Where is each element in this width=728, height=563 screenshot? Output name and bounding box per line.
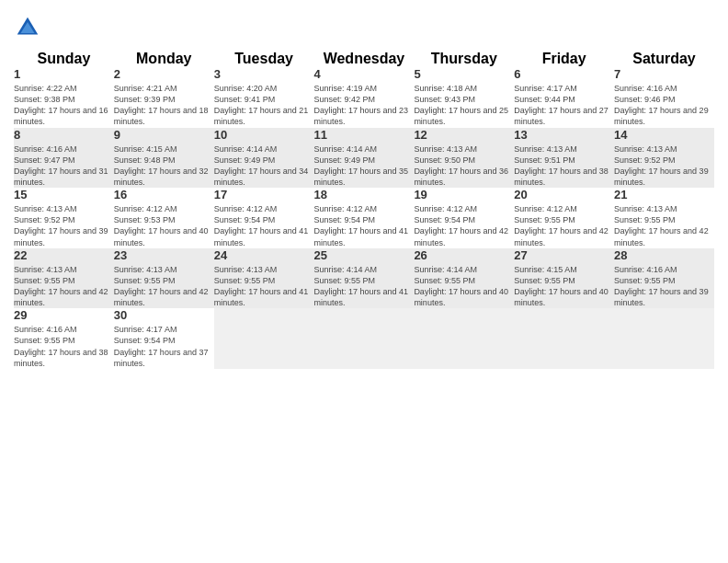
calendar-cell: 24Sunrise: 4:13 AM Sunset: 9:55 PM Dayli… xyxy=(214,248,314,309)
day-number: 20 xyxy=(514,188,614,201)
day-number: 22 xyxy=(14,248,114,262)
weekday-sunday: Sunday xyxy=(14,51,114,67)
day-number: 18 xyxy=(314,188,415,201)
day-info: Sunrise: 4:14 AM Sunset: 9:55 PM Dayligh… xyxy=(414,264,514,309)
weekday-saturday: Saturday xyxy=(614,51,714,67)
day-number: 3 xyxy=(214,67,314,81)
calendar-cell: 23Sunrise: 4:13 AM Sunset: 9:55 PM Dayli… xyxy=(114,248,214,309)
calendar-week-row: 15Sunrise: 4:13 AM Sunset: 9:52 PM Dayli… xyxy=(14,188,714,248)
calendar-week-row: 22Sunrise: 4:13 AM Sunset: 9:55 PM Dayli… xyxy=(14,248,714,309)
day-info: Sunrise: 4:21 AM Sunset: 9:39 PM Dayligh… xyxy=(114,83,214,128)
calendar-body: 1Sunrise: 4:22 AM Sunset: 9:38 PM Daylig… xyxy=(14,67,714,369)
day-info: Sunrise: 4:19 AM Sunset: 9:42 PM Dayligh… xyxy=(314,83,415,128)
calendar-cell: 14Sunrise: 4:13 AM Sunset: 9:52 PM Dayli… xyxy=(614,128,714,189)
day-info: Sunrise: 4:12 AM Sunset: 9:55 PM Dayligh… xyxy=(514,203,614,248)
weekday-friday: Friday xyxy=(514,51,614,67)
day-number: 9 xyxy=(114,128,214,142)
logo xyxy=(14,14,45,41)
calendar-table: SundayMondayTuesdayWednesdayThursdayFrid… xyxy=(14,51,714,369)
day-number: 7 xyxy=(614,67,714,81)
logo-icon xyxy=(14,14,41,41)
day-info: Sunrise: 4:12 AM Sunset: 9:54 PM Dayligh… xyxy=(414,203,514,248)
calendar-cell: 8Sunrise: 4:16 AM Sunset: 9:47 PM Daylig… xyxy=(14,128,114,189)
calendar-cell xyxy=(614,308,714,369)
calendar-cell xyxy=(514,308,614,369)
day-number: 4 xyxy=(314,67,415,81)
calendar-cell: 13Sunrise: 4:13 AM Sunset: 9:51 PM Dayli… xyxy=(514,128,614,189)
calendar-week-row: 8Sunrise: 4:16 AM Sunset: 9:47 PM Daylig… xyxy=(14,128,714,189)
day-number: 24 xyxy=(214,248,314,262)
day-number: 13 xyxy=(514,128,614,142)
day-info: Sunrise: 4:13 AM Sunset: 9:52 PM Dayligh… xyxy=(614,144,714,189)
day-info: Sunrise: 4:13 AM Sunset: 9:52 PM Dayligh… xyxy=(14,203,114,248)
day-number: 30 xyxy=(114,308,214,322)
day-info: Sunrise: 4:17 AM Sunset: 9:54 PM Dayligh… xyxy=(114,324,214,369)
day-number: 16 xyxy=(114,188,214,201)
calendar-header: SundayMondayTuesdayWednesdayThursdayFrid… xyxy=(14,51,714,67)
day-number: 17 xyxy=(214,188,314,201)
day-number: 11 xyxy=(314,128,415,142)
day-info: Sunrise: 4:13 AM Sunset: 9:50 PM Dayligh… xyxy=(414,144,514,189)
day-number: 10 xyxy=(214,128,314,142)
calendar-cell: 1Sunrise: 4:22 AM Sunset: 9:38 PM Daylig… xyxy=(14,67,114,128)
day-info: Sunrise: 4:13 AM Sunset: 9:55 PM Dayligh… xyxy=(614,203,714,248)
day-info: Sunrise: 4:15 AM Sunset: 9:48 PM Dayligh… xyxy=(114,144,214,189)
day-info: Sunrise: 4:15 AM Sunset: 9:55 PM Dayligh… xyxy=(514,264,614,309)
day-info: Sunrise: 4:12 AM Sunset: 9:53 PM Dayligh… xyxy=(114,203,214,248)
day-number: 2 xyxy=(114,67,214,81)
calendar-cell: 19Sunrise: 4:12 AM Sunset: 9:54 PM Dayli… xyxy=(414,188,514,248)
calendar-cell xyxy=(214,308,314,369)
calendar-cell: 10Sunrise: 4:14 AM Sunset: 9:49 PM Dayli… xyxy=(214,128,314,189)
calendar-cell: 25Sunrise: 4:14 AM Sunset: 9:55 PM Dayli… xyxy=(314,248,415,309)
day-info: Sunrise: 4:18 AM Sunset: 9:43 PM Dayligh… xyxy=(414,83,514,128)
day-number: 6 xyxy=(514,67,614,81)
calendar-cell: 15Sunrise: 4:13 AM Sunset: 9:52 PM Dayli… xyxy=(14,188,114,248)
calendar-cell: 20Sunrise: 4:12 AM Sunset: 9:55 PM Dayli… xyxy=(514,188,614,248)
calendar-cell: 6Sunrise: 4:17 AM Sunset: 9:44 PM Daylig… xyxy=(514,67,614,128)
day-info: Sunrise: 4:16 AM Sunset: 9:46 PM Dayligh… xyxy=(614,83,714,128)
calendar-cell: 9Sunrise: 4:15 AM Sunset: 9:48 PM Daylig… xyxy=(114,128,214,189)
day-info: Sunrise: 4:16 AM Sunset: 9:55 PM Dayligh… xyxy=(14,324,114,369)
calendar-cell: 29Sunrise: 4:16 AM Sunset: 9:55 PM Dayli… xyxy=(14,308,114,369)
calendar-cell: 3Sunrise: 4:20 AM Sunset: 9:41 PM Daylig… xyxy=(214,67,314,128)
day-info: Sunrise: 4:13 AM Sunset: 9:55 PM Dayligh… xyxy=(14,264,114,309)
day-info: Sunrise: 4:14 AM Sunset: 9:49 PM Dayligh… xyxy=(314,144,415,189)
day-info: Sunrise: 4:14 AM Sunset: 9:49 PM Dayligh… xyxy=(214,144,314,189)
calendar-cell: 26Sunrise: 4:14 AM Sunset: 9:55 PM Dayli… xyxy=(414,248,514,309)
calendar-cell: 27Sunrise: 4:15 AM Sunset: 9:55 PM Dayli… xyxy=(514,248,614,309)
calendar-cell: 16Sunrise: 4:12 AM Sunset: 9:53 PM Dayli… xyxy=(114,188,214,248)
day-number: 21 xyxy=(614,188,714,201)
day-number: 27 xyxy=(514,248,614,262)
day-number: 8 xyxy=(14,128,114,142)
calendar-cell: 28Sunrise: 4:16 AM Sunset: 9:55 PM Dayli… xyxy=(614,248,714,309)
calendar-cell: 30Sunrise: 4:17 AM Sunset: 9:54 PM Dayli… xyxy=(114,308,214,369)
page: SundayMondayTuesdayWednesdayThursdayFrid… xyxy=(0,0,728,563)
weekday-wednesday: Wednesday xyxy=(314,51,415,67)
calendar-cell: 5Sunrise: 4:18 AM Sunset: 9:43 PM Daylig… xyxy=(414,67,514,128)
day-number: 23 xyxy=(114,248,214,262)
day-info: Sunrise: 4:12 AM Sunset: 9:54 PM Dayligh… xyxy=(314,203,415,248)
day-info: Sunrise: 4:14 AM Sunset: 9:55 PM Dayligh… xyxy=(314,264,415,309)
calendar-cell: 12Sunrise: 4:13 AM Sunset: 9:50 PM Dayli… xyxy=(414,128,514,189)
calendar-cell: 17Sunrise: 4:12 AM Sunset: 9:54 PM Dayli… xyxy=(214,188,314,248)
day-info: Sunrise: 4:16 AM Sunset: 9:55 PM Dayligh… xyxy=(614,264,714,309)
day-info: Sunrise: 4:17 AM Sunset: 9:44 PM Dayligh… xyxy=(514,83,614,128)
day-number: 14 xyxy=(614,128,714,142)
day-info: Sunrise: 4:13 AM Sunset: 9:55 PM Dayligh… xyxy=(114,264,214,309)
calendar-cell xyxy=(314,308,415,369)
day-number: 12 xyxy=(414,128,514,142)
calendar-cell: 7Sunrise: 4:16 AM Sunset: 9:46 PM Daylig… xyxy=(614,67,714,128)
calendar-cell: 11Sunrise: 4:14 AM Sunset: 9:49 PM Dayli… xyxy=(314,128,415,189)
day-number: 15 xyxy=(14,188,114,201)
calendar-cell: 21Sunrise: 4:13 AM Sunset: 9:55 PM Dayli… xyxy=(614,188,714,248)
calendar-week-row: 29Sunrise: 4:16 AM Sunset: 9:55 PM Dayli… xyxy=(14,308,714,369)
day-info: Sunrise: 4:20 AM Sunset: 9:41 PM Dayligh… xyxy=(214,83,314,128)
weekday-tuesday: Tuesday xyxy=(214,51,314,67)
day-number: 1 xyxy=(14,67,114,81)
calendar-cell xyxy=(414,308,514,369)
calendar-cell: 2Sunrise: 4:21 AM Sunset: 9:39 PM Daylig… xyxy=(114,67,214,128)
calendar-cell: 4Sunrise: 4:19 AM Sunset: 9:42 PM Daylig… xyxy=(314,67,415,128)
day-info: Sunrise: 4:16 AM Sunset: 9:47 PM Dayligh… xyxy=(14,144,114,189)
calendar-cell: 18Sunrise: 4:12 AM Sunset: 9:54 PM Dayli… xyxy=(314,188,415,248)
day-number: 29 xyxy=(14,308,114,322)
